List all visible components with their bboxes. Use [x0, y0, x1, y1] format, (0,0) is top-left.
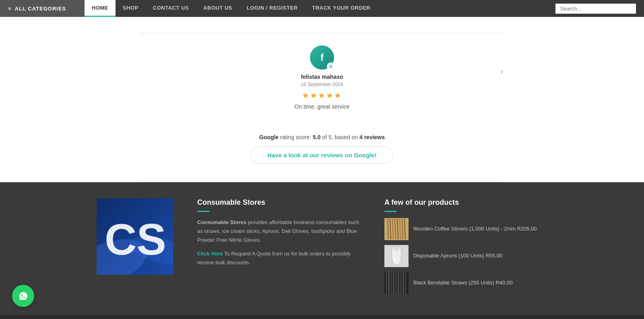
footer-about-text1: Consumable Stores provides affordable bu… — [197, 218, 360, 245]
google-label: Google — [259, 134, 279, 140]
avatar-letter: f — [320, 52, 324, 63]
footer-about: Consumable Stores Consumable Stores prov… — [197, 198, 360, 272]
product-name-straws: Black Bendable Straws (250 Units) R40.00 — [413, 279, 512, 286]
svg-text:CS: CS — [105, 214, 166, 264]
navigation: ≡ ALL CATEGORIES HOME SHOP CONTACT US AB… — [0, 0, 644, 17]
nav-links: HOME SHOP CONTACT US ABOUT US LOGIN / RE… — [85, 0, 378, 17]
nav-login[interactable]: LOGIN / REGISTER — [239, 0, 305, 17]
footer-content: CS Consumable Stores Consumable Stores p… — [80, 198, 564, 315]
footer-products-underline — [384, 211, 396, 212]
review-text: On time, great service — [295, 103, 350, 110]
product-thumb-aprons — [384, 245, 409, 267]
product-item-stirrers: Wooden Coffee Stirrers (1,000 Units) - 2… — [384, 218, 547, 240]
footer-about-bold: Consumable Stores — [197, 219, 246, 225]
search-input[interactable] — [555, 4, 636, 14]
nav-home[interactable]: HOME — [85, 0, 116, 17]
footer-about-underline — [197, 211, 209, 212]
product-thumb-stirrers — [384, 218, 409, 240]
reviews-count: 4 reviews — [359, 134, 385, 140]
product-name-aprons: Disposable Aprons (100 Units) R55.00 — [413, 252, 502, 259]
footer-logo: CS — [97, 198, 173, 275]
review-section: f G felistas mahaso 16 September 2024 ★★… — [141, 17, 503, 126]
hamburger-icon: ≡ — [8, 6, 12, 12]
google-review-button[interactable]: Have a look at our reviews on Google! — [251, 146, 393, 164]
whatsapp-button[interactable] — [12, 285, 34, 307]
reviewer-avatar: f G — [310, 45, 334, 70]
nav-shop[interactable]: SHOP — [116, 0, 146, 17]
product-item-aprons: Disposable Aprons (100 Units) R55.00 — [384, 245, 547, 267]
reviewer-name: felistas mahaso — [301, 74, 343, 80]
all-categories-button[interactable]: ≡ ALL CATEGORIES — [0, 0, 85, 17]
footer-about-text2: Click Here To Request A Quote from us fo… — [197, 249, 360, 267]
footer-products-title: A few of our products — [384, 198, 547, 207]
footer-products: A few of our products — [384, 198, 547, 299]
rating-middle: rating score: — [280, 134, 313, 140]
review-next-button[interactable]: › — [500, 66, 503, 77]
product-name-stirrers: Wooden Coffee Stirrers (1,000 Units) - 2… — [413, 225, 537, 233]
review-date: 16 September 2024 — [301, 82, 343, 87]
nav-track-order[interactable]: TRACK YOUR ORDER — [305, 0, 378, 17]
footer-about-title: Consumable Stores — [197, 198, 360, 207]
product-thumb-straws — [384, 272, 409, 294]
categories-label: ALL CATEGORIES — [15, 6, 66, 12]
rating-summary: Google rating score: 5.0 of 5, based on … — [0, 134, 644, 140]
product-item-straws: Black Bendable Straws (250 Units) R40.00 — [384, 272, 547, 294]
main-content: f G felistas mahaso 16 September 2024 ★★… — [0, 17, 644, 182]
review-top-divider — [141, 33, 503, 33]
google-badge: G — [327, 62, 335, 70]
nav-about[interactable]: ABOUT US — [196, 0, 239, 17]
click-here-link[interactable]: Click Here — [197, 251, 223, 257]
review-stars: ★★★★★ — [302, 91, 342, 100]
nav-contact[interactable]: CONTACT US — [146, 0, 196, 17]
rating-suffix1: of 5, based on — [322, 134, 359, 140]
whatsapp-icon — [17, 290, 30, 303]
footer-bottom: Copyright © 2024 Consumable Stores, All … — [0, 315, 644, 319]
rating-score: 5.0 — [313, 134, 320, 140]
footer: CS Consumable Stores Consumable Stores p… — [0, 182, 644, 319]
